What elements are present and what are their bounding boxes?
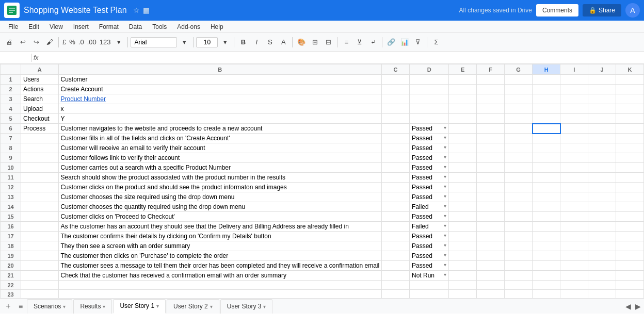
cell-k22[interactable]: [616, 281, 644, 290]
cell-e11[interactable]: [449, 173, 477, 183]
cell-d18[interactable]: Passed▾: [409, 241, 448, 251]
cell-d16[interactable]: Failed▾: [409, 222, 448, 232]
cell-reference-input[interactable]: [3, 54, 29, 61]
wrap-button[interactable]: ⤶: [367, 36, 379, 48]
cell-j8[interactable]: [588, 143, 616, 153]
cell-h2[interactable]: [533, 85, 560, 94]
cell-g7[interactable]: [505, 134, 533, 143]
cell-i19[interactable]: [560, 251, 588, 261]
cell-d5[interactable]: [409, 114, 448, 124]
row-header-1[interactable]: 1: [1, 75, 21, 85]
cell-f23[interactable]: [477, 290, 505, 299]
cell-g22[interactable]: [505, 281, 533, 290]
cell-a11[interactable]: [21, 173, 59, 183]
cell-k4[interactable]: [616, 104, 644, 114]
cell-k3[interactable]: [616, 94, 644, 104]
cell-e3[interactable]: [449, 94, 477, 104]
cell-a19[interactable]: [21, 251, 59, 261]
bold-button[interactable]: B: [237, 36, 249, 48]
row-header-22[interactable]: 22: [1, 281, 21, 290]
cell-e5[interactable]: [449, 114, 477, 124]
cell-e21[interactable]: [449, 271, 477, 281]
cell-a16[interactable]: [21, 222, 59, 232]
cell-k8[interactable]: [616, 143, 644, 153]
cell-d13[interactable]: Passed▾: [409, 192, 448, 202]
cell-h8[interactable]: [533, 143, 560, 153]
cell-c6[interactable]: [382, 124, 410, 134]
cell-b21[interactable]: Check that the customer has received a c…: [58, 271, 382, 281]
dropdown-arrow-d17[interactable]: ▾: [444, 233, 446, 238]
cell-k18[interactable]: [616, 241, 644, 251]
cell-a2[interactable]: Actions: [21, 85, 59, 94]
cell-b10[interactable]: Customer carries out a search with a spe…: [58, 163, 382, 173]
cell-f22[interactable]: [477, 281, 505, 290]
cell-c22[interactable]: [382, 281, 410, 290]
cell-i4[interactable]: [560, 104, 588, 114]
paintformat-button[interactable]: 🖌: [43, 36, 56, 48]
col-header-f[interactable]: F: [477, 64, 505, 75]
cell-c3[interactable]: [382, 94, 410, 104]
cell-d20[interactable]: Passed▾: [409, 261, 448, 271]
cell-a5[interactable]: Checkout: [21, 114, 59, 124]
cell-f13[interactable]: [477, 192, 505, 202]
cell-d22[interactable]: [409, 281, 448, 290]
sheet-grid[interactable]: A B C D E F G H I J K 1UsersCustomer2Act…: [0, 64, 644, 298]
cell-b11[interactable]: Search should show the product associate…: [58, 173, 382, 183]
function-button[interactable]: Σ: [430, 36, 442, 48]
cell-d19[interactable]: Passed▾: [409, 251, 448, 261]
cell-c16[interactable]: [382, 222, 410, 232]
cell-j14[interactable]: [588, 202, 616, 212]
col-header-g[interactable]: G: [505, 64, 533, 75]
row-header-19[interactable]: 19: [1, 251, 21, 261]
dropdown-arrow-d13[interactable]: ▾: [444, 193, 446, 199]
dropdown-arrow-d9[interactable]: ▾: [444, 154, 446, 160]
cell-h15[interactable]: [533, 212, 560, 222]
cell-i9[interactable]: [560, 153, 588, 163]
folder-icon[interactable]: ▦: [143, 6, 150, 14]
cell-b19[interactable]: The customer then clicks on 'Purchase' t…: [58, 251, 382, 261]
cell-b20[interactable]: The customer sees a message to tell them…: [58, 261, 382, 271]
row-header-10[interactable]: 10: [1, 163, 21, 173]
row-header-7[interactable]: 7: [1, 134, 21, 143]
cell-d21[interactable]: Not Run▾: [409, 271, 448, 281]
cell-k9[interactable]: [616, 153, 644, 163]
col-header-a[interactable]: A: [21, 64, 59, 75]
row-header-21[interactable]: 21: [1, 271, 21, 281]
add-sheet-button[interactable]: +: [2, 300, 14, 313]
cell-f5[interactable]: [477, 114, 505, 124]
row-header-17[interactable]: 17: [1, 232, 21, 241]
font-name-input[interactable]: [131, 37, 177, 47]
cell-f3[interactable]: [477, 94, 505, 104]
cell-g15[interactable]: [505, 212, 533, 222]
cell-j7[interactable]: [588, 134, 616, 143]
cell-a6[interactable]: Process: [21, 124, 59, 134]
cell-g12[interactable]: [505, 183, 533, 192]
cell-h23[interactable]: [533, 290, 560, 299]
cell-d12[interactable]: Passed▾: [409, 183, 448, 192]
cell-k17[interactable]: [616, 232, 644, 241]
cell-g19[interactable]: [505, 251, 533, 261]
undo-button[interactable]: ↩: [17, 36, 29, 48]
italic-button[interactable]: I: [250, 36, 263, 48]
row-header-6[interactable]: 6: [1, 124, 21, 134]
cell-f15[interactable]: [477, 212, 505, 222]
cell-g21[interactable]: [505, 271, 533, 281]
cell-a13[interactable]: [21, 192, 59, 202]
cell-c19[interactable]: [382, 251, 410, 261]
cell-j6[interactable]: [588, 124, 616, 134]
cell-b5[interactable]: Y: [58, 114, 382, 124]
cell-b23[interactable]: [58, 290, 382, 299]
cell-e14[interactable]: [449, 202, 477, 212]
row-header-3[interactable]: 3: [1, 94, 21, 104]
cell-e16[interactable]: [449, 222, 477, 232]
dropdown-arrow-d12[interactable]: ▾: [444, 184, 446, 189]
col-header-h[interactable]: H: [533, 64, 560, 75]
cell-i2[interactable]: [560, 85, 588, 94]
font-size-arrow[interactable]: ▾: [219, 36, 231, 48]
cell-b3[interactable]: Product Number: [58, 94, 382, 104]
cell-e9[interactable]: [449, 153, 477, 163]
cell-h18[interactable]: [533, 241, 560, 251]
cell-g4[interactable]: [505, 104, 533, 114]
cell-d4[interactable]: [409, 104, 448, 114]
cell-h6[interactable]: [533, 124, 560, 134]
